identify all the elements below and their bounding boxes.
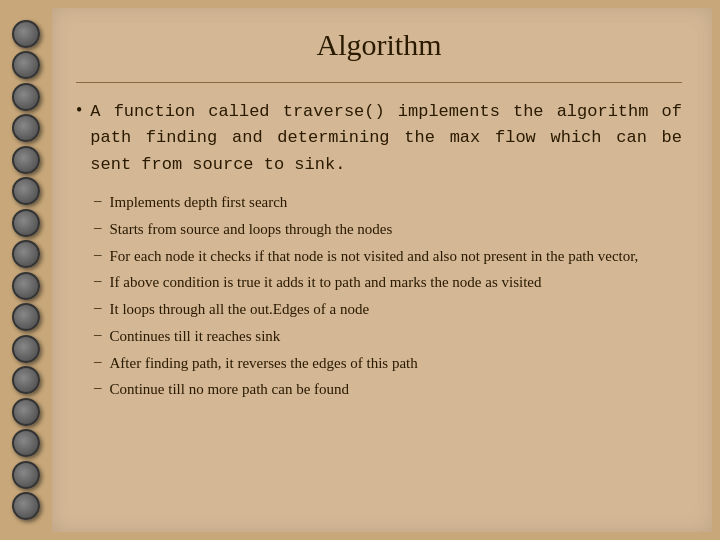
spiral-ring bbox=[12, 429, 40, 457]
spiral-ring bbox=[12, 177, 40, 205]
sub-bullet-item: –If above condition is true it adds it t… bbox=[94, 272, 682, 294]
sub-bullet-item: –Implements depth first search bbox=[94, 192, 682, 214]
sub-bullet-item: –Continues till it reaches sink bbox=[94, 326, 682, 348]
sub-bullet-text: For each node it checks if that node is … bbox=[110, 246, 639, 268]
sub-bullet-item: –After finding path, it reverses the edg… bbox=[94, 353, 682, 375]
spiral-ring bbox=[12, 461, 40, 489]
main-bullet-text: A function called traverse() implements … bbox=[90, 99, 682, 178]
slide-title: Algorithm bbox=[76, 28, 682, 62]
sub-dash-icon: – bbox=[94, 192, 102, 209]
sub-bullet-item: –Continue till no more path can be found bbox=[94, 379, 682, 401]
bullet-icon: • bbox=[76, 100, 82, 121]
sub-dash-icon: – bbox=[94, 299, 102, 316]
sub-dash-icon: – bbox=[94, 353, 102, 370]
sub-bullet-text: It loops through all the out.Edges of a … bbox=[110, 299, 370, 321]
sub-bullets-list: –Implements depth first search–Starts fr… bbox=[94, 192, 682, 401]
main-bullet: • A function called traverse() implement… bbox=[76, 99, 682, 178]
spiral-ring bbox=[12, 83, 40, 111]
spiral-ring bbox=[12, 366, 40, 394]
sub-bullet-item: –It loops through all the out.Edges of a… bbox=[94, 299, 682, 321]
sub-bullet-text: Continue till no more path can be found bbox=[110, 379, 350, 401]
slide-container: Algorithm • A function called traverse()… bbox=[0, 0, 720, 540]
sub-dash-icon: – bbox=[94, 219, 102, 236]
sub-dash-icon: – bbox=[94, 272, 102, 289]
spiral-binding bbox=[0, 0, 52, 540]
spiral-ring bbox=[12, 398, 40, 426]
sub-dash-icon: – bbox=[94, 326, 102, 343]
spiral-ring bbox=[12, 272, 40, 300]
spiral-ring bbox=[12, 114, 40, 142]
spiral-ring bbox=[12, 209, 40, 237]
spiral-ring bbox=[12, 303, 40, 331]
sub-bullet-text: Continues till it reaches sink bbox=[110, 326, 281, 348]
title-divider bbox=[76, 82, 682, 83]
spiral-ring bbox=[12, 492, 40, 520]
sub-bullet-item: –For each node it checks if that node is… bbox=[94, 246, 682, 268]
spiral-ring bbox=[12, 20, 40, 48]
sub-bullet-text: Starts from source and loops through the… bbox=[110, 219, 393, 241]
spiral-ring bbox=[12, 335, 40, 363]
sub-bullet-text: Implements depth first search bbox=[110, 192, 288, 214]
spiral-ring bbox=[12, 146, 40, 174]
sub-dash-icon: – bbox=[94, 246, 102, 263]
sub-bullet-item: –Starts from source and loops through th… bbox=[94, 219, 682, 241]
sub-bullet-text: If above condition is true it adds it to… bbox=[110, 272, 542, 294]
content-area: Algorithm • A function called traverse()… bbox=[52, 8, 712, 532]
sub-dash-icon: – bbox=[94, 379, 102, 396]
spiral-ring bbox=[12, 51, 40, 79]
spiral-ring bbox=[12, 240, 40, 268]
sub-bullet-text: After finding path, it reverses the edge… bbox=[110, 353, 418, 375]
